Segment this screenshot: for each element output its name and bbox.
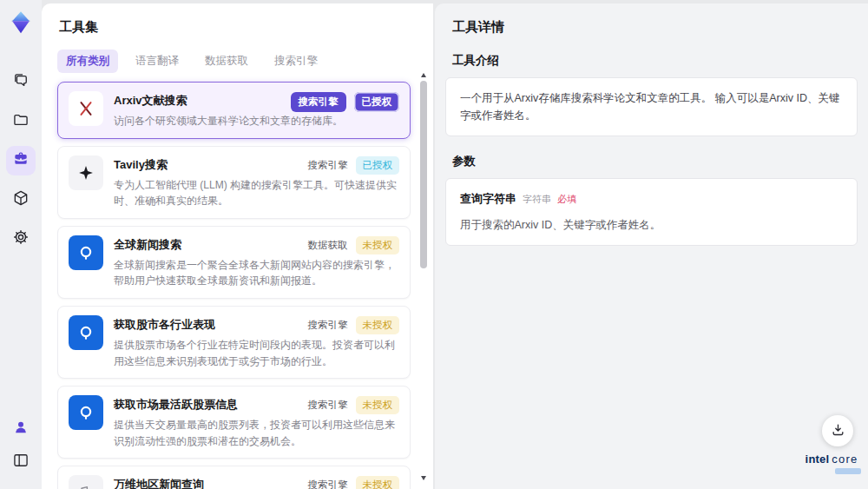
tool-title: 获取市场最活跃股票信息 [114, 397, 286, 413]
category-badge: 数据获取 [308, 236, 348, 254]
scroll-up-arrow-icon[interactable] [421, 73, 426, 77]
page-title: 工具集 [59, 19, 411, 36]
intel-core-logo: intelcore [800, 453, 863, 474]
sidebar-item-chat[interactable] [6, 68, 36, 97]
q-logo-icon [69, 235, 103, 270]
q-logo-icon [69, 395, 103, 430]
download-icon [831, 422, 845, 440]
toolbox-icon [12, 150, 30, 171]
tool-list: Arxiv文献搜索 访问各个研究领域大量科学论文和文章的存储库。 搜索引擎 已授… [57, 82, 411, 489]
param-type: 字符串 [523, 192, 551, 208]
intro-box: 一个用于从Arxiv存储库搜索科学论文和文章的工具。 输入可以是Arxiv ID… [445, 77, 858, 136]
user-icon [12, 419, 30, 439]
app-sidebar [0, 0, 42, 489]
sidebar-nav [6, 68, 36, 254]
app-logo-gem-icon [7, 9, 35, 36]
category-badge: 搜索引擎 [291, 92, 346, 112]
sidebar-item-packages[interactable] [6, 185, 36, 215]
scroll-down-arrow-icon[interactable] [421, 476, 426, 480]
tool-card-global-news[interactable]: 全球新闻搜索 全球新闻搜索是一个聚合全球各大新闻网站内容的搜索引擎，帮助用户快速… [57, 226, 411, 299]
category-badge: 搜索引擎 [308, 476, 348, 489]
intro-text: 一个用于从Arxiv存储库搜索科学论文和文章的工具。 输入可以是Arxiv ID… [460, 92, 840, 122]
tool-card-regional-news[interactable]: 万维地区新闻查询 查询具体行政区划内的新闻，快速了解各地新闻动 搜索引擎 未授权 [57, 466, 411, 489]
auth-status-badge: 未授权 [356, 316, 400, 334]
auth-status-badge: 已授权 [356, 156, 400, 175]
intel-brand-word: intel [806, 453, 830, 466]
category-badge: 搜索引擎 [308, 316, 348, 334]
tool-desc: 提供当天交易量最高的股票列表，投资者可以利用这些信息来识别流动性强的股票和潜在的… [114, 417, 399, 449]
category-badge: 搜索引擎 [308, 156, 348, 175]
tab-search-engine[interactable]: 搜索引擎 [266, 50, 326, 73]
arxiv-icon [69, 91, 103, 126]
params-heading: 参数 [452, 154, 858, 169]
tool-title: Tavily搜索 [114, 157, 286, 173]
intel-ultra-badge [835, 468, 861, 474]
tool-title: 全球新闻搜索 [114, 237, 286, 253]
tool-title: Arxiv文献搜索 [114, 93, 286, 109]
tab-translation[interactable]: 语言翻译 [127, 50, 187, 73]
auth-status-badge: 未授权 [356, 476, 400, 489]
param-name: 查询字符串 [460, 190, 516, 208]
tool-card-active-stocks[interactable]: 获取市场最活跃股票信息 提供当天交易量最高的股票列表，投资者可以利用这些信息来识… [57, 386, 411, 459]
tool-details-panel: 工具详情 工具介绍 一个用于从Arxiv存储库搜索科学论文和文章的工具。 输入可… [435, 3, 868, 489]
tool-card-tavily[interactable]: Tavily搜索 专为人工智能代理 (LLM) 构建的搜索引擎工具。可快速提供实… [57, 146, 411, 219]
tool-desc: 提供股票市场各个行业在特定时间段内的表现。投资者可以利用这些信息来识别表现优于或… [114, 337, 399, 369]
details-title: 工具详情 [452, 19, 858, 36]
building-icon [69, 475, 103, 489]
sidebar-item-settings[interactable] [6, 224, 36, 254]
sidebar-bottom [6, 414, 36, 489]
tool-desc: 访问各个研究领域大量科学论文和文章的存储库。 [114, 113, 399, 129]
folder-icon [12, 111, 30, 132]
chat-icon [12, 72, 30, 93]
list-scrollbar[interactable] [419, 73, 429, 480]
scrollbar-thumb[interactable] [420, 81, 427, 268]
settings-gear-icon [12, 228, 30, 249]
param-box: 查询字符串 字符串 必填 用于搜索的Arxiv ID、关键字或作者姓名。 [445, 178, 858, 246]
param-required-flag: 必填 [557, 192, 576, 208]
auth-status-badge: 未授权 [356, 236, 400, 254]
tool-desc: 全球新闻搜索是一个聚合全球各大新闻网站内容的搜索引擎，帮助用户快速获取全球最新资… [114, 257, 399, 289]
sidebar-item-files[interactable] [6, 107, 36, 136]
cube-icon [12, 189, 30, 210]
tool-list-panel: 工具集 所有类别 语言翻译 数据获取 搜索引擎 Arxiv文献搜索 访问各个研究… [42, 3, 433, 489]
sidebar-item-panel-toggle[interactable] [6, 447, 36, 477]
sidebar-item-user[interactable] [6, 414, 36, 444]
intro-heading: 工具介绍 [452, 53, 858, 69]
tab-data-fetch[interactable]: 数据获取 [196, 50, 257, 73]
tool-title: 获取股市各行业表现 [114, 317, 286, 333]
q-logo-icon [69, 315, 103, 350]
auth-status-badge: 已授权 [354, 92, 400, 112]
tab-all-categories[interactable]: 所有类别 [57, 50, 118, 73]
tool-desc: 专为人工智能代理 (LLM) 构建的搜索引擎工具。可快速提供实时、准确和真实的结… [114, 177, 399, 209]
tool-card-sector-performance[interactable]: 获取股市各行业表现 提供股票市场各个行业在特定时间段内的表现。投资者可以利用这些… [57, 306, 411, 379]
tool-card-arxiv[interactable]: Arxiv文献搜索 访问各个研究领域大量科学论文和文章的存储库。 搜索引擎 已授… [57, 82, 411, 139]
category-tabs: 所有类别 语言翻译 数据获取 搜索引擎 [57, 50, 411, 73]
panel-toggle-icon [12, 452, 30, 472]
auth-status-badge: 未授权 [356, 396, 400, 414]
param-desc: 用于搜索的Arxiv ID、关键字或作者姓名。 [460, 216, 843, 234]
download-button[interactable] [822, 415, 853, 446]
core-brand-word: core [832, 453, 858, 466]
tavily-star-icon [69, 155, 103, 190]
tool-title: 万维地区新闻查询 [114, 477, 286, 489]
category-badge: 搜索引擎 [308, 396, 348, 414]
sidebar-item-toolbox[interactable] [6, 146, 36, 175]
